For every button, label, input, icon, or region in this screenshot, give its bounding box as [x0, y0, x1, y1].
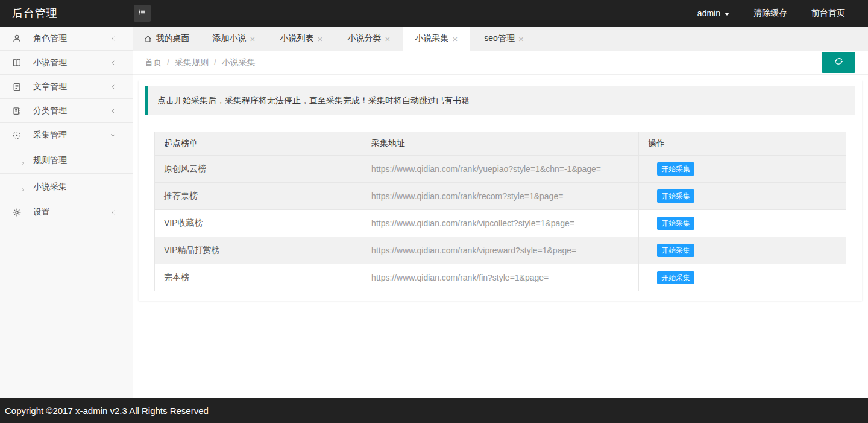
sidebar-subitem-novel-collect[interactable]: 小说采集 — [0, 174, 133, 200]
sidebar-subitem-rule-management[interactable]: 规则管理 — [0, 147, 133, 174]
footer: Copyright ©2017 x-admin v2.3 All Rights … — [0, 398, 868, 423]
collect-url: https://www.qidian.com/rank/yuepiao?styl… — [362, 156, 639, 183]
collect-url: https://www.qidian.com/rank/recom?style=… — [362, 183, 639, 210]
tab-add-novel[interactable]: 添加小说 — [200, 27, 268, 51]
rank-name: 原创风云榜 — [155, 156, 362, 183]
table-row: 原创风云榜 https://www.qidian.com/rank/yuepia… — [155, 156, 846, 183]
top-bar: 后台管理 admin 清除缓存 前台首页 — [0, 0, 868, 27]
book-icon — [12, 58, 22, 68]
menu-list-icon — [137, 7, 147, 19]
sidebar-item-label: 采集管理 — [33, 130, 67, 141]
main-content: 点击开始采集后，采集程序将无法停止，直至采集完成！采集时将自动跳过已有书籍 起点… — [133, 75, 868, 398]
table-row: 推荐票榜 https://www.qidian.com/rank/recom?s… — [155, 183, 846, 210]
collect-url: https://www.qidian.com/rank/vipcollect?s… — [362, 210, 639, 237]
start-collect-button[interactable]: 开始采集 — [657, 244, 694, 257]
tab-seo-management[interactable]: seo管理 — [470, 27, 538, 51]
start-collect-button[interactable]: 开始采集 — [657, 217, 694, 230]
front-home-button[interactable]: 前台首页 — [811, 8, 845, 19]
gear-icon — [12, 208, 22, 217]
sidebar-toggle-button[interactable] — [134, 5, 151, 22]
start-collect-button[interactable]: 开始采集 — [657, 271, 694, 284]
close-icon[interactable] — [250, 34, 256, 43]
col-header-action: 操作 — [638, 132, 846, 156]
col-header-url: 采集地址 — [362, 132, 639, 156]
sidebar-item-collect-management[interactable]: 采集管理 — [0, 123, 133, 147]
start-collect-button[interactable]: 开始采集 — [657, 189, 694, 203]
chevron-down-icon — [110, 132, 116, 138]
collect-table: 起点榜单 采集地址 操作 原创风云榜 https://www.qidian.co… — [154, 132, 846, 291]
app-title: 后台管理 — [12, 0, 58, 27]
table-row: 完本榜 https://www.qidian.com/rank/fin?styl… — [155, 264, 846, 291]
start-collect-button[interactable]: 开始采集 — [657, 162, 694, 176]
content-card: 点击开始采集后，采集程序将无法停止，直至采集完成！采集时将自动跳过已有书籍 起点… — [139, 80, 862, 301]
sidebar-item-article-management[interactable]: 文章管理 — [0, 75, 133, 99]
rank-name: VIP精品打赏榜 — [155, 237, 362, 264]
warning-alert-text: 点击开始采集后，采集程序将无法停止，直至采集完成！采集时将自动跳过已有书籍 — [157, 95, 470, 105]
breadcrumb-home[interactable]: 首页 — [145, 57, 162, 68]
tab-my-desktop[interactable]: 我的桌面 — [133, 27, 200, 51]
sidebar-item-label: 文章管理 — [33, 81, 67, 92]
rank-name: 完本榜 — [155, 264, 362, 291]
sidebar-item-settings[interactable]: 设置 — [0, 200, 133, 224]
tab-label: 小说采集 — [415, 33, 449, 44]
chevron-left-icon — [110, 35, 116, 42]
top-menu: admin 清除缓存 前台首页 — [697, 0, 845, 27]
chevron-left-icon — [110, 209, 116, 215]
article-icon — [12, 82, 22, 92]
user-dropdown[interactable]: admin — [697, 8, 729, 18]
sidebar-item-category-management[interactable]: 分类管理 — [0, 99, 133, 123]
sidebar: 角色管理 小说管理 文章管理 — [0, 27, 133, 398]
breadcrumb-collect-rules[interactable]: 采集规则 — [162, 57, 209, 68]
chevron-left-icon — [110, 59, 116, 66]
rank-name: VIP收藏榜 — [155, 210, 362, 237]
tab-label: 添加小说 — [213, 33, 247, 44]
refresh-icon — [834, 56, 844, 69]
sidebar-item-label: 分类管理 — [33, 106, 67, 116]
admin-app: 后台管理 admin 清除缓存 前台首页 — [0, 0, 868, 423]
user-icon — [12, 34, 22, 43]
sidebar-item-novel-management[interactable]: 小说管理 — [0, 51, 133, 75]
close-icon[interactable] — [318, 34, 323, 43]
chevron-left-icon — [110, 107, 116, 114]
table-header-row: 起点榜单 采集地址 操作 — [155, 132, 846, 156]
breadcrumb-bar: 首页 采集规则 小说采集 — [133, 51, 868, 75]
clear-cache-button[interactable]: 清除缓存 — [753, 8, 787, 19]
breadcrumb-current: 小说采集 — [209, 57, 256, 68]
refresh-button[interactable] — [822, 52, 855, 73]
sidebar-item-label: 角色管理 — [33, 33, 67, 44]
collect-table-wrap: 起点榜单 采集地址 操作 原创风云榜 https://www.qidian.co… — [154, 132, 846, 291]
user-name: admin — [697, 8, 720, 18]
category-icon — [12, 106, 22, 116]
chevron-right-icon — [20, 184, 25, 189]
collect-url: https://www.qidian.com/rank/fin?style=1&… — [362, 264, 639, 291]
chevron-left-icon — [110, 83, 116, 90]
tab-novel-category[interactable]: 小说分类 — [335, 27, 403, 51]
col-header-rank: 起点榜单 — [155, 132, 362, 156]
close-icon[interactable] — [453, 34, 458, 43]
chevron-down-icon — [725, 13, 729, 18]
tab-label: seo管理 — [484, 33, 515, 44]
breadcrumb: 首页 采集规则 小说采集 — [145, 51, 256, 75]
table-row: VIP精品打赏榜 https://www.qidian.com/rank/vip… — [155, 237, 846, 264]
sidebar-item-role-management[interactable]: 角色管理 — [0, 27, 133, 51]
tab-novel-list[interactable]: 小说列表 — [268, 27, 335, 51]
tab-bar: 我的桌面 添加小说 小说列表 小说分类 小说采集 seo管理 — [133, 27, 868, 51]
tab-label: 我的桌面 — [156, 33, 190, 44]
sidebar-subitem-label: 小说采集 — [33, 182, 67, 192]
table-row: VIP收藏榜 https://www.qidian.com/rank/vipco… — [155, 210, 846, 237]
rank-name: 推荐票榜 — [155, 183, 362, 210]
chevron-right-icon — [20, 157, 25, 163]
collect-url: https://www.qidian.com/rank/vipreward?st… — [362, 237, 639, 264]
close-icon[interactable] — [518, 34, 524, 43]
tab-label: 小说分类 — [348, 33, 382, 44]
sidebar-item-label: 小说管理 — [33, 57, 67, 68]
tab-label: 小说列表 — [280, 33, 314, 44]
warning-alert: 点击开始采集后，采集程序将无法停止，直至采集完成！采集时将自动跳过已有书籍 — [145, 86, 855, 115]
target-icon — [12, 130, 22, 140]
tab-novel-collect[interactable]: 小说采集 — [403, 27, 470, 51]
home-icon — [143, 34, 153, 43]
copyright-text: Copyright ©2017 x-admin v2.3 All Rights … — [5, 406, 209, 416]
sidebar-subitem-label: 规则管理 — [33, 155, 67, 166]
sidebar-item-label: 设置 — [33, 207, 50, 218]
close-icon[interactable] — [385, 34, 391, 43]
